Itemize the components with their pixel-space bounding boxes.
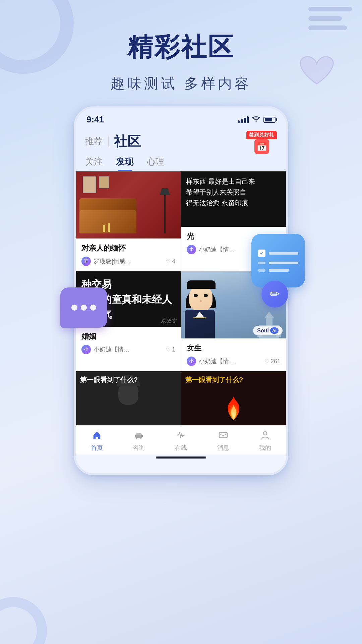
- check-mark-1: ✓: [258, 250, 265, 257]
- float-chat-bubble: [60, 287, 107, 328]
- card-marriage-author: 小 小奶迪【情绪…: [81, 345, 134, 354]
- lamp-shade: [160, 188, 170, 195]
- soul-ai-label: Ai: [270, 327, 279, 334]
- chat-dot-3: [90, 305, 96, 311]
- char-hair-front: [187, 280, 216, 289]
- svg-line-15: [223, 434, 227, 436]
- quote-text: 样东西 最好是由自己来 希望于别人来关照自 得无法治愈 永留印痕: [186, 176, 281, 208]
- check-text-3: [269, 269, 289, 272]
- svg-rect-12: [140, 437, 141, 439]
- char-necklace: [193, 317, 206, 318]
- wifi-icon: [252, 115, 260, 124]
- checklist-line-3: [258, 269, 298, 272]
- sub-title: 趣味测试 多样内容: [0, 74, 362, 93]
- page-header: 精彩社区 趣味测试 多样内容: [0, 0, 362, 106]
- candle: [103, 225, 105, 232]
- nav-profile[interactable]: 我的: [244, 430, 286, 452]
- wall-art-2: [99, 176, 109, 188]
- svg-point-16: [263, 432, 267, 435]
- char-eye-right: [204, 294, 208, 297]
- living-room-visual: [76, 171, 181, 238]
- svg-line-14: [219, 434, 223, 436]
- tab-discover[interactable]: 发现: [116, 156, 133, 171]
- candle-2: [108, 223, 110, 232]
- tab-psychology[interactable]: 心理: [147, 156, 164, 171]
- nav-profile-label: 我的: [259, 444, 271, 452]
- author-avatar-2: 小: [187, 245, 196, 254]
- header-recommend: 推荐: [85, 136, 103, 147]
- watermark: 东篱文: [161, 318, 177, 325]
- card-quote-author: 小 小奶迪【情…: [187, 245, 235, 254]
- home-icon: [92, 430, 102, 442]
- card-living-room-text: 对亲人的缅怀 罗 罗瑛敦[情感... ♡ 4: [76, 238, 181, 271]
- card-anime-likes: ♡ 261: [264, 358, 281, 365]
- check-text-1: [269, 252, 298, 255]
- pulse-icon: [176, 430, 186, 442]
- uncheck-line-2: [258, 269, 265, 272]
- card-quiz-right-image: 第一眼看到了什么?: [181, 371, 286, 425]
- nav-message-label: 消息: [217, 444, 229, 452]
- svg-marker-2: [264, 312, 274, 318]
- status-time: 9:41: [86, 114, 104, 125]
- chat-dot-1: [71, 305, 77, 311]
- status-icons: [238, 115, 276, 124]
- char-nose: [200, 300, 202, 302]
- nav-home-label: 首页: [91, 444, 103, 452]
- svg-rect-11: [136, 437, 137, 439]
- likes-count-1: 4: [172, 258, 175, 265]
- bg-circle-bottom-left: [0, 597, 47, 644]
- card-anime-author: 小 小奶迪【情…: [187, 357, 235, 366]
- card-living-room-author: 罗 罗瑛敦[情感...: [81, 257, 130, 266]
- float-edit-button[interactable]: ✏: [261, 281, 288, 308]
- card-quote-image: 样东西 最好是由自己来 希望于别人来关照自 得无法治愈 永留印痕: [181, 171, 286, 227]
- nav-online[interactable]: 在线: [160, 430, 202, 452]
- sofa-icon: [134, 430, 143, 442]
- flame-svg: [225, 395, 242, 422]
- likes-count-4: 261: [270, 358, 281, 365]
- home-indicator: [156, 457, 206, 459]
- nav-consult-label: 咨询: [133, 444, 145, 452]
- phone-mockup: ✓ 9:41: [67, 106, 295, 475]
- card-quiz-left[interactable]: 第一眼看到了什么?: [76, 371, 181, 425]
- nav-home[interactable]: 首页: [76, 430, 118, 452]
- battery-icon: [263, 117, 276, 123]
- author-name-2: 小奶迪【情…: [199, 246, 235, 254]
- card-marriage-meta: 小 小奶迪【情绪… ♡ 1: [81, 345, 175, 354]
- header-community: 社区: [114, 132, 141, 151]
- likes-count-3: 1: [172, 346, 175, 353]
- card-marriage-likes: ♡ 1: [166, 346, 175, 353]
- char-body: [185, 310, 215, 338]
- card-living-room-image: [76, 171, 181, 238]
- quiz-left-header: 第一眼看到了什么?: [76, 371, 181, 388]
- author-avatar-3: 小: [81, 345, 91, 354]
- uncheck-line-1: [258, 262, 265, 264]
- wall-art-1: [83, 176, 96, 193]
- tab-follow[interactable]: 关注: [85, 156, 103, 171]
- card-quiz-left-image: 第一眼看到了什么?: [76, 371, 181, 425]
- nav-message[interactable]: 消息: [202, 430, 244, 452]
- heart-icon-3: ♡: [166, 346, 171, 353]
- nav-consult[interactable]: 咨询: [118, 430, 160, 452]
- checkin-container[interactable]: 签到兑好礼 📅: [246, 131, 277, 154]
- content-grid: 对亲人的缅怀 罗 罗瑛敦[情感... ♡ 4: [76, 171, 286, 425]
- card-living-room-likes: ♡ 4: [166, 258, 175, 265]
- soul-badge: Soul Ai: [253, 326, 283, 335]
- header-divider: [108, 137, 109, 147]
- check-text-2: [269, 262, 298, 264]
- chat-dot-2: [81, 305, 87, 311]
- quiz-right-header: 第一眼看到了什么?: [181, 371, 286, 388]
- card-living-room[interactable]: 对亲人的缅怀 罗 罗瑛敦[情感... ♡ 4: [76, 171, 181, 271]
- app-tabs: 关注 发现 心理: [76, 153, 286, 171]
- char-eye-left: [194, 294, 198, 297]
- card-living-room-title: 对亲人的缅怀: [81, 243, 175, 253]
- bottom-nav: 首页 咨询: [76, 425, 286, 454]
- card-living-room-meta: 罗 罗瑛敦[情感... ♡ 4: [81, 257, 175, 266]
- heart-icon-4: ♡: [264, 358, 269, 365]
- checklist-line-1: ✓: [258, 250, 298, 257]
- svg-rect-10: [141, 435, 143, 437]
- card-quiz-right[interactable]: 第一眼看到了什么?: [181, 371, 286, 425]
- checklist-line-2: [258, 262, 298, 264]
- app-header: 推荐 社区 签到兑好礼 📅: [76, 128, 286, 153]
- status-bar: 9:41: [76, 108, 286, 128]
- person-icon: [260, 430, 270, 442]
